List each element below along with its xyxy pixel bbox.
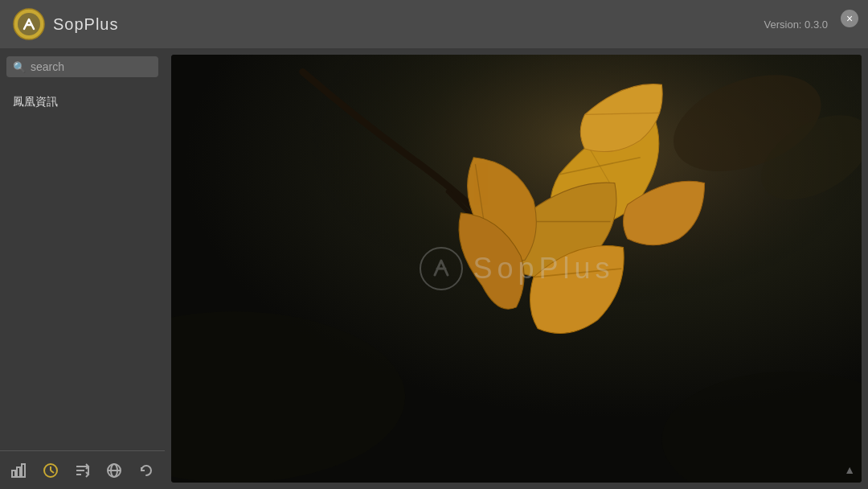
- app-logo-icon: [13, 8, 45, 40]
- corner-indicator-icon: ▲: [844, 463, 855, 476]
- search-input[interactable]: [31, 60, 152, 73]
- titlebar: SopPlus Version: 0.3.0 ×: [0, 0, 868, 48]
- watermark: SopPlus: [418, 246, 614, 291]
- svg-line-7: [51, 471, 54, 473]
- sidebar: 🔍 鳳凰資訊: [0, 48, 165, 489]
- content-area: SopPlus ▲: [165, 48, 868, 489]
- search-wrapper: 🔍: [6, 56, 158, 77]
- clock-icon[interactable]: [40, 459, 61, 482]
- bottom-toolbar: [0, 450, 165, 489]
- svg-rect-4: [22, 464, 25, 477]
- main-image: SopPlus ▲: [171, 55, 862, 483]
- app-title: SopPlus: [53, 15, 119, 34]
- watermark-logo-icon: [418, 246, 463, 291]
- sidebar-item-phoenix[interactable]: 鳳凰資訊: [0, 88, 165, 116]
- search-container: 🔍: [0, 48, 165, 85]
- sidebar-item-list: 鳳凰資訊: [0, 85, 165, 450]
- bar-chart-icon[interactable]: [8, 459, 29, 482]
- svg-rect-2: [12, 471, 15, 477]
- main-layout: 🔍 鳳凰資訊: [0, 48, 868, 489]
- search-icon: 🔍: [13, 61, 26, 73]
- svg-rect-3: [17, 467, 20, 477]
- leaf-background: SopPlus ▲: [171, 55, 862, 483]
- version-label: Version: 0.3.0: [764, 18, 829, 31]
- close-button[interactable]: ×: [841, 10, 858, 27]
- watermark-text: SopPlus: [473, 252, 614, 286]
- refresh-icon[interactable]: [136, 459, 157, 482]
- globe-icon[interactable]: [104, 459, 125, 482]
- sort-icon[interactable]: [72, 459, 93, 482]
